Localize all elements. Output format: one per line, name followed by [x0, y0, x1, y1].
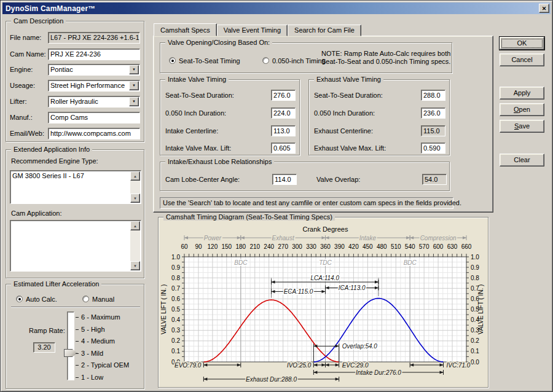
dynosim-cammanager-window: DynoSim CamManager™ ✕ Cam Description Fi…: [0, 0, 553, 392]
valve-basis-title: Valve Opening/Closing Based On:: [165, 39, 272, 46]
intake-label-intake-centerline: Intake Centerline:: [165, 125, 218, 137]
svg-text:270: 270: [278, 243, 288, 250]
valve-basis-radio-label: Seat-To-Seat Timing: [179, 57, 240, 65]
scroll-down-icon[interactable]: ▼: [130, 261, 140, 270]
open-button[interactable]: Open: [500, 103, 544, 116]
field-label-engine: Engine:: [10, 64, 33, 76]
dropdown-button[interactable]: ▼: [129, 97, 139, 106]
save-button[interactable]: Save: [500, 120, 544, 133]
svg-text:0.0: 0.0: [471, 359, 479, 366]
exhaust-input-exhaust-centerline[interactable]: 115.0: [421, 125, 445, 136]
cam-description-title: Cam Description: [11, 17, 66, 25]
window-title: DynoSim CamManager™: [2, 4, 96, 13]
combo-engine[interactable]: Pontiac▼: [48, 64, 140, 76]
exhaust-label-exhaust-centerline: Exhaust Centerline:: [314, 125, 373, 137]
svg-text:60: 60: [181, 243, 188, 250]
ok-button[interactable]: OK: [500, 37, 544, 50]
ramp-rate-scale-2-typical-oem: 2 - Typical OEM: [81, 361, 129, 369]
timing-diagram-title: Camshaft Timing Diagram (Seat-To-Seat Ti…: [163, 213, 335, 221]
field-label-manuf: Manuf.:: [10, 112, 33, 123]
valve-basis-group: Valve Opening/Closing Based On: NOTE: Ra…: [160, 42, 452, 73]
svg-text:Exhaust: Exhaust: [272, 235, 295, 241]
lifter-accel-radio-manual[interactable]: [82, 296, 89, 302]
svg-text:360: 360: [320, 243, 331, 250]
ramp-rate-scale-3-mild: 3 - Mild: [81, 350, 103, 357]
field-value: Street High Performance: [50, 82, 125, 89]
intake-input-seat-to-seat-duration[interactable]: 276.0: [271, 90, 296, 101]
tab-search-for-cam-file[interactable]: Search for Cam File: [288, 25, 361, 36]
exhaust-input-exhaust-valve-max-lift[interactable]: 0.590: [421, 143, 445, 154]
cam-application-textarea[interactable]: ▲ ▼: [10, 220, 141, 272]
lifter-accel-radio-auto-calc[interactable]: [16, 296, 23, 302]
tab-valve-event-timing[interactable]: Valve Event Timing: [217, 25, 288, 36]
scrollbar[interactable]: ▲ ▼: [130, 221, 140, 270]
valve-basis-radio-0-050-inch-timing[interactable]: [262, 57, 269, 64]
svg-text:0.5: 0.5: [171, 306, 180, 313]
input-cam-name[interactable]: PRJ XE 224-236: [48, 49, 140, 60]
lobe-relationships-group: Intake/Exhaust Lobe Relationships Cam Lo…: [160, 162, 450, 191]
svg-text:540: 540: [405, 243, 415, 250]
camshaft-timing-chart: BDCTDCBDC6090120150180210240270300330360…: [160, 222, 487, 386]
ramp-rate-slider-track[interactable]: [67, 312, 74, 380]
intake-input-intake-valve-max-lift[interactable]: 0.605: [271, 143, 296, 154]
lobe-relationships-title: Intake/Exhaust Lobe Relationships: [165, 158, 274, 165]
svg-text:240: 240: [264, 243, 274, 250]
recommended-engine-type-value: GM 3800 Series II - L67: [12, 172, 130, 180]
dropdown-button[interactable]: ▼: [129, 81, 139, 90]
lobe-input-valve-overlap[interactable]: 54.0: [422, 174, 447, 185]
recommended-engine-type-textarea[interactable]: GM 3800 Series II - L67 ▲ ▼: [10, 170, 141, 204]
ramp-rate-label: Ramp Rate:: [29, 325, 65, 337]
scroll-up-icon[interactable]: ▲: [130, 171, 140, 181]
input-manuf[interactable]: Comp Cams: [48, 112, 140, 123]
field-label-email-web: Email/Web:: [10, 128, 44, 139]
valve-basis-radio-seat-to-seat-timing[interactable]: [169, 57, 176, 64]
svg-text:Intake: Intake: [359, 235, 377, 241]
lifter-acceleration-title: Estimated Lifter Acceleration: [11, 280, 101, 288]
intake-input-intake-centerline[interactable]: 113.0: [271, 125, 296, 136]
cancel-button[interactable]: Cancel: [500, 53, 544, 66]
tab-camshaft-specs[interactable]: Camshaft Specs: [154, 23, 217, 36]
svg-text:0.4: 0.4: [171, 316, 180, 323]
svg-text:450: 450: [363, 243, 373, 250]
close-button[interactable]: ✕: [539, 4, 549, 13]
intake-input-0-050-inch-duration[interactable]: 224.0: [271, 108, 296, 119]
svg-text:Crank Degrees: Crank Degrees: [303, 225, 348, 233]
svg-text:0.9: 0.9: [171, 264, 180, 271]
note-line-2: Seat-To-Seat and 0.050-inch Timing specs…: [321, 58, 450, 66]
cam-application-label: Cam Application:: [11, 208, 62, 219]
exhaust-timing-title: Exhaust Valve Timing: [314, 76, 383, 83]
scroll-down-icon[interactable]: ▼: [130, 194, 140, 203]
ramp-rate-note: NOTE: Ramp Rate Auto-Calc requires both …: [321, 50, 450, 66]
combo-lifter[interactable]: Roller Hydraulic▼: [48, 96, 140, 108]
svg-text:EVC:29.0: EVC:29.0: [342, 362, 369, 369]
field-value: PRJ XE 224-236: [50, 50, 101, 58]
scrollbar[interactable]: ▲ ▼: [130, 171, 140, 203]
svg-text:ICA:113.0: ICA:113.0: [339, 284, 366, 291]
lobe-input-cam-lobe-center-angle[interactable]: 114.0: [272, 174, 297, 185]
svg-text:EVO:79.0: EVO:79.0: [175, 362, 202, 369]
clear-button[interactable]: Clear: [500, 154, 544, 167]
exhaust-input-0-050-inch-duration[interactable]: 236.0: [421, 108, 445, 119]
field-label-useage: Useage:: [10, 80, 35, 92]
timing-diagram-group: Camshaft Timing Diagram (Seat-To-Seat Ti…: [158, 217, 488, 388]
lobe-label-cam-lobe-center-angle: Cam Lobe-Center Angle:: [165, 174, 240, 186]
svg-text:420: 420: [348, 243, 359, 250]
svg-text:510: 510: [391, 243, 401, 250]
input-file-name[interactable]: L67 - PRJ XE 224-236 +1.6-1.: [48, 32, 140, 44]
scroll-up-icon[interactable]: ▲: [130, 221, 140, 230]
ramp-rate-scale-6-maximum: 6 - Maximum: [81, 313, 120, 321]
combo-useage[interactable]: Street High Performance▼: [48, 80, 140, 92]
intake-label-seat-to-seat-duration: Seat-To-Seat Duration:: [165, 90, 234, 101]
dropdown-button[interactable]: ▼: [129, 65, 139, 74]
field-value: Pontiac: [50, 66, 73, 73]
svg-text:90: 90: [195, 243, 202, 250]
ramp-rate-scale-5-high: 5 - High: [81, 326, 105, 333]
svg-text:IVO:25.0: IVO:25.0: [287, 362, 312, 369]
search-hint-bar: Use the 'Search' tab to locate and test …: [160, 197, 453, 209]
intake-label-0-050-inch-duration: 0.050 Inch Duration:: [165, 108, 226, 119]
apply-button[interactable]: Apply: [500, 87, 544, 100]
svg-text:0.2: 0.2: [471, 337, 479, 344]
exhaust-input-seat-to-seat-duration[interactable]: 288.0: [421, 90, 445, 101]
intake-label-intake-valve-max-lift: Intake Valve Max. Lift:: [165, 143, 231, 154]
input-email-web[interactable]: http://www.compcams.com: [48, 128, 140, 139]
